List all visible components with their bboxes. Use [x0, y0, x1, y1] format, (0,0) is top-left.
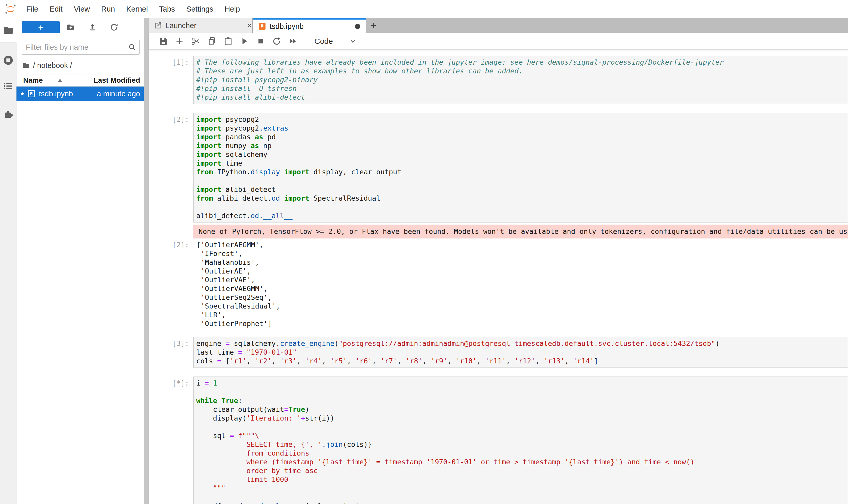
- file-modified: a minute ago: [97, 90, 144, 98]
- stderr-message: None of PyTorch, TensorFlow >= 2.0, or F…: [193, 224, 848, 238]
- cell-type-dropdown[interactable]: Code: [314, 37, 357, 46]
- code-line: #!pip install alibi-detect: [196, 93, 845, 102]
- close-icon: [246, 22, 253, 29]
- code-line: where (timestamp '{last_time}' = timesta…: [196, 458, 845, 466]
- close-tab-button[interactable]: [240, 22, 248, 29]
- output-line: 'SpectralResidual',: [197, 302, 845, 311]
- cell-editor[interactable]: i = 1 while True: clear_output(wait=True…: [193, 377, 848, 504]
- sidebar-tab-toc[interactable]: [3, 80, 14, 93]
- copy-cells-button[interactable]: [207, 37, 217, 46]
- code-line: [196, 388, 845, 396]
- code-line: [196, 493, 845, 501]
- file-browser-panel: +: [17, 18, 144, 504]
- scissors-icon: [191, 37, 200, 46]
- fast-forward-icon: [288, 37, 298, 46]
- menu-item-settings[interactable]: Settings: [181, 0, 219, 18]
- breadcrumb-path: / notebook /: [33, 61, 72, 70]
- code-line: import psycopg2: [196, 115, 845, 124]
- execution-count: [2]:: [149, 113, 193, 222]
- sort-ascending-icon: [58, 79, 62, 82]
- file-row-tsdb-ipynb[interactable]: tsdb.ipynb a minute ago: [17, 87, 144, 101]
- sidebar-tab-strip: [0, 18, 17, 504]
- code-line: #!pip install psycopg2-binary: [196, 75, 845, 84]
- new-folder-icon: [67, 23, 75, 32]
- run-button[interactable]: [240, 37, 249, 46]
- code-cell: [1]:# The following libraries have alrea…: [149, 56, 848, 104]
- cell-editor[interactable]: import psycopg2import psycopg2.extrasimp…: [193, 113, 848, 222]
- output-line: 'LLR',: [197, 311, 845, 319]
- jupyter-logo-icon: [5, 3, 17, 15]
- menu-item-edit[interactable]: Edit: [44, 0, 68, 18]
- restart-run-all-button[interactable]: [288, 37, 298, 46]
- output-prompt: [2]:: [149, 240, 193, 328]
- running-kernels-icon: [3, 55, 14, 66]
- menu-item-help[interactable]: Help: [219, 0, 246, 18]
- code-line: """: [196, 484, 845, 493]
- tab-label: Launcher: [165, 21, 197, 30]
- save-button[interactable]: [159, 37, 168, 46]
- copy-icon: [207, 37, 217, 46]
- menu-item-kernel[interactable]: Kernel: [121, 0, 154, 18]
- restart-icon: [272, 37, 282, 46]
- menu-item-tabs[interactable]: Tabs: [154, 0, 181, 18]
- code-line: while True:: [196, 396, 845, 405]
- sidebar-tab-extensions[interactable]: [3, 109, 14, 121]
- notebook-file-icon: [28, 90, 35, 97]
- output-text: ['OutlierAEGMM', 'IForest', 'Mahalanobis…: [193, 240, 848, 328]
- cell-editor[interactable]: # The following libraries have already b…: [193, 56, 848, 104]
- code-line: import pandas as pd: [196, 133, 845, 141]
- unsaved-bullet-icon: [21, 92, 24, 95]
- notebook-scroll-area[interactable]: [1]:# The following libraries have alrea…: [149, 50, 848, 504]
- output-line: 'OutlierSeq2Seq',: [197, 293, 845, 302]
- code-line: [196, 203, 845, 212]
- unsaved-changes-icon: [355, 24, 360, 29]
- new-launcher-button[interactable]: +: [22, 21, 60, 33]
- cell-editor[interactable]: engine = sqlalchemy.create_engine("postg…: [193, 337, 848, 368]
- cut-cells-button[interactable]: [191, 37, 200, 46]
- upload-button[interactable]: [88, 23, 97, 32]
- code-line: order by time asc: [196, 466, 845, 475]
- new-folder-button[interactable]: [67, 23, 75, 32]
- output-line: ['OutlierAEGMM',: [197, 240, 845, 249]
- output-line: 'Mahalanobis',: [197, 258, 845, 267]
- code-line: cols = ['r1', 'r2', 'r3', 'r4', 'r5', 'r…: [196, 357, 845, 365]
- clipboard-icon: [223, 37, 233, 46]
- extensions-puzzle-icon: [3, 109, 14, 120]
- tab-tsdb-ipynb[interactable]: tsdb.ipynb: [253, 18, 366, 33]
- menu-item-file[interactable]: File: [21, 0, 44, 18]
- code-cell: [*]:i = 1 while True: clear_output(wait=…: [149, 377, 848, 504]
- paste-cells-button[interactable]: [223, 37, 233, 46]
- panel-splitter[interactable]: [144, 18, 149, 504]
- code-line: clear_output(wait=True): [196, 405, 845, 414]
- stderr-output-row: None of PyTorch, TensorFlow >= 2.0, or F…: [149, 224, 848, 238]
- file-name: tsdb.ipynb: [39, 90, 73, 98]
- breadcrumb[interactable]: / notebook /: [17, 60, 144, 71]
- insert-cell-button[interactable]: [175, 37, 184, 46]
- restart-kernel-button[interactable]: [272, 37, 282, 46]
- new-tab-button[interactable]: [366, 18, 381, 33]
- tab-launcher[interactable]: Launcher: [149, 18, 253, 33]
- run-icon: [240, 37, 249, 46]
- interrupt-kernel-button[interactable]: [256, 37, 265, 46]
- sidebar-tab-filebrowser[interactable]: [0, 18, 17, 42]
- column-header-name[interactable]: Name: [17, 76, 43, 85]
- menu-item-view[interactable]: View: [68, 0, 95, 18]
- code-line: import psycopg2.extras: [196, 124, 845, 133]
- sidebar-tab-running[interactable]: [3, 55, 14, 67]
- code-line: from alibi_detect.od import SpectralResi…: [196, 194, 845, 203]
- output-line: 'OutlierVAEGMM',: [197, 284, 845, 293]
- file-listing-empty-area: [17, 101, 144, 504]
- output-line: 'OutlierProphet']: [197, 319, 845, 328]
- code-line: #!pip install -U tsfresh: [196, 84, 845, 93]
- new-launcher-label: +: [38, 22, 43, 33]
- column-header-last-modified[interactable]: Last Modified: [94, 76, 144, 85]
- code-line: import numpy as np: [196, 141, 845, 150]
- execution-count: [3]:: [149, 337, 193, 368]
- refresh-button[interactable]: [110, 23, 119, 32]
- menu-item-run[interactable]: Run: [95, 0, 121, 18]
- file-browser-toolbar: +: [17, 18, 144, 35]
- filter-files-input[interactable]: [22, 43, 128, 52]
- code-line: [196, 422, 845, 431]
- code-line: import time: [196, 159, 845, 168]
- refresh-icon: [110, 23, 119, 32]
